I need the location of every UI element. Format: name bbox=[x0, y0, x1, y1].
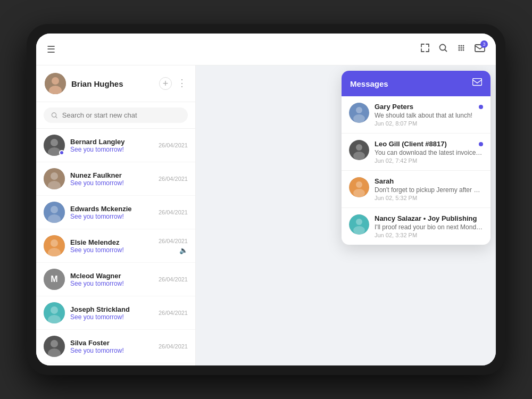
msg-name: Leo Gill (Client #8817) bbox=[375, 140, 447, 148]
svg-point-5 bbox=[461, 47, 462, 49]
unread-dot bbox=[479, 105, 483, 109]
messages-mail-icon[interactable] bbox=[472, 78, 482, 89]
chat-name: Edwards Mckenzie bbox=[70, 205, 153, 213]
chat-name: Bernard Langley bbox=[70, 138, 153, 146]
message-item[interactable]: Leo Gill (Client #8817)You can download … bbox=[342, 134, 491, 171]
search-input[interactable] bbox=[62, 111, 180, 119]
chat-item[interactable]: Edwards MckenzieSee you tomorrow!26/04/2… bbox=[36, 196, 195, 229]
search-top-icon[interactable] bbox=[438, 43, 448, 55]
msg-name: Gary Peters bbox=[375, 103, 413, 111]
svg-point-50 bbox=[353, 226, 365, 235]
hamburger-icon[interactable]: ☰ bbox=[47, 44, 55, 55]
add-chat-icon[interactable]: + bbox=[159, 77, 172, 90]
chat-preview: See you tomorrow! bbox=[70, 347, 153, 354]
user-avatar bbox=[45, 73, 66, 94]
chat-list: Bernard LangleySee you tomorrow!26/04/20… bbox=[36, 129, 195, 365]
svg-point-33 bbox=[51, 340, 58, 347]
msg-preview: We should talk about that at lunch! bbox=[375, 112, 483, 119]
mail-top-icon[interactable]: 3 bbox=[475, 43, 485, 55]
chat-item[interactable]: Nunez FaulknerSee you tomorrow!26/04/202… bbox=[36, 162, 195, 196]
svg-point-22 bbox=[51, 206, 58, 213]
svg-text:M: M bbox=[51, 275, 57, 284]
main-content: Brian Hughes + ⋮ bbox=[36, 65, 496, 365]
msg-time: Jun 02, 7:42 PM bbox=[375, 157, 483, 164]
msg-header-row: Gary Peters bbox=[375, 103, 483, 111]
chat-date: 26/04/2021 bbox=[159, 343, 188, 350]
chat-preview: See you tomorrow! bbox=[70, 213, 153, 220]
chat-item[interactable]: Joseph StricklandSee you tomorrow!26/04/… bbox=[36, 296, 195, 330]
expand-icon[interactable] bbox=[420, 43, 430, 55]
right-panel: Messages Gary PetersWe should talk about… bbox=[196, 65, 496, 365]
chat-name: Nunez Faulkner bbox=[70, 171, 153, 179]
msg-preview: You can download the latest invoices now… bbox=[375, 149, 483, 156]
chat-item-body: Silva FosterSee you tomorrow! bbox=[70, 339, 153, 354]
svg-point-7 bbox=[459, 49, 460, 51]
chat-item[interactable]: Silva FosterSee you tomorrow!26/04/2021 bbox=[36, 330, 195, 363]
svg-point-12 bbox=[52, 77, 59, 85]
chat-date: 26/04/2021 bbox=[159, 310, 188, 316]
msg-time: Jun 02, 3:32 PM bbox=[375, 232, 483, 238]
svg-point-49 bbox=[356, 219, 362, 225]
chat-name: Elsie Melendez bbox=[70, 238, 153, 246]
svg-point-40 bbox=[356, 107, 362, 113]
msg-body: Nancy Salazar • Joy PublishingI'll proof… bbox=[375, 214, 483, 238]
msg-header-row: Nancy Salazar • Joy Publishing bbox=[375, 214, 483, 222]
chat-preview: See you tomorrow! bbox=[70, 246, 153, 254]
msg-preview: Don't forget to pickup Jeremy after scho… bbox=[375, 186, 483, 194]
svg-point-19 bbox=[51, 172, 58, 180]
chat-date: 26/04/2021 bbox=[159, 142, 188, 148]
msg-body: SarahDon't forget to pickup Jeremy after… bbox=[375, 177, 483, 201]
msg-avatar bbox=[349, 177, 369, 197]
chat-preview: See you tomorrow! bbox=[70, 280, 153, 287]
sidebar-header: Brian Hughes + ⋮ bbox=[36, 65, 195, 102]
more-options-icon[interactable]: ⋮ bbox=[177, 77, 187, 90]
chat-preview: See you tomorrow! bbox=[70, 313, 153, 321]
chat-avatar bbox=[44, 202, 65, 223]
chat-meta: 26/04/2021 bbox=[159, 176, 188, 182]
msg-avatar bbox=[349, 103, 369, 123]
chat-avatar bbox=[44, 235, 65, 256]
chat-item[interactable]: Bernard LangleySee you tomorrow!26/04/20… bbox=[36, 129, 195, 162]
online-dot bbox=[59, 150, 64, 155]
svg-point-43 bbox=[356, 144, 362, 151]
msg-header-row: Sarah bbox=[375, 177, 483, 185]
chat-item[interactable]: Elsie MelendezSee you tomorrow!26/04/202… bbox=[36, 229, 195, 263]
chat-date: 26/04/2021 bbox=[159, 276, 188, 282]
chat-item[interactable]: Tina HarrisSee you tomorrow!26/04/2021 bbox=[36, 363, 195, 365]
svg-point-2 bbox=[461, 45, 462, 47]
user-name: Brian Hughes bbox=[71, 79, 154, 88]
top-bar-left: ☰ bbox=[47, 44, 55, 55]
top-bar: ☰ bbox=[36, 34, 496, 65]
chat-mute-icon: 🔈 bbox=[179, 246, 188, 254]
msg-time: Jun 02, 8:07 PM bbox=[375, 120, 483, 127]
message-item[interactable]: SarahDon't forget to pickup Jeremy after… bbox=[342, 171, 491, 208]
sidebar-header-icons: + ⋮ bbox=[159, 77, 187, 90]
messages-title: Messages bbox=[350, 79, 388, 88]
search-bar bbox=[36, 102, 195, 129]
apps-icon[interactable] bbox=[456, 43, 466, 55]
message-item[interactable]: Gary PetersWe should talk about that at … bbox=[342, 96, 491, 134]
svg-point-41 bbox=[353, 114, 365, 123]
svg-point-3 bbox=[463, 45, 464, 47]
message-item[interactable]: Nancy Salazar • Joy PublishingI'll proof… bbox=[342, 208, 491, 245]
tablet-screen: ☰ bbox=[36, 34, 496, 365]
msg-header-row: Leo Gill (Client #8817) bbox=[375, 140, 483, 148]
svg-point-46 bbox=[356, 181, 362, 188]
msg-avatar bbox=[349, 214, 369, 235]
chat-meta: 26/04/2021🔈 bbox=[159, 238, 188, 254]
search-icon bbox=[51, 112, 58, 119]
msg-body: Leo Gill (Client #8817)You can download … bbox=[375, 140, 483, 164]
chat-meta: 26/04/2021 bbox=[159, 209, 188, 215]
sidebar: Brian Hughes + ⋮ bbox=[36, 65, 196, 365]
chat-item[interactable]: M Mcleod WagnerSee you tomorrow!26/04/20… bbox=[36, 263, 195, 296]
svg-point-47 bbox=[353, 189, 365, 197]
chat-item-body: Mcleod WagnerSee you tomorrow! bbox=[70, 272, 153, 287]
svg-point-30 bbox=[51, 306, 58, 314]
msg-body: Gary PetersWe should talk about that at … bbox=[375, 103, 483, 127]
svg-point-4 bbox=[459, 47, 460, 49]
mail-badge: 3 bbox=[480, 40, 488, 48]
messages-list: Gary PetersWe should talk about that at … bbox=[342, 96, 491, 245]
chat-item-body: Bernard LangleySee you tomorrow! bbox=[70, 138, 153, 153]
svg-point-16 bbox=[51, 139, 58, 146]
chat-date: 26/04/2021 bbox=[159, 176, 188, 182]
